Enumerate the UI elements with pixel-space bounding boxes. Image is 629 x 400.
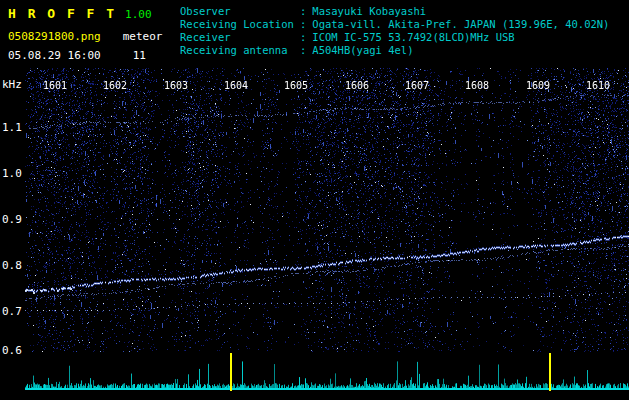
header: H R O F F T1.00 (8, 3, 152, 22)
time-tick-label: 1604 (222, 80, 250, 91)
info-label: Receiver (180, 31, 300, 44)
info-value: ICOM IC-575 53.7492(8LCD)MHz USB (306, 31, 514, 43)
freq-tick-label: 0.8 (2, 259, 22, 272)
info-row-antenna: Receiving antenna:A504HB(yagi 4el) (180, 44, 609, 57)
freq-tick-label: 1.0 (2, 167, 22, 180)
freq-tick-label: 0.9 (2, 213, 22, 226)
meteor-count: 11 (133, 49, 146, 62)
time-tick-label: 1601 (41, 80, 69, 91)
app-title: H R O F F T (8, 6, 116, 21)
spectrogram-canvas (25, 68, 629, 352)
info-value: A504HB(yagi 4el) (306, 44, 413, 56)
freq-tick-label: 0.6 (2, 344, 22, 357)
time-tick-label: 1606 (343, 80, 371, 91)
hrofft-window: H R O F F T1.00 0508291800.pngmeteor 05.… (0, 0, 629, 400)
info-value: Ogata-vill. Akita-Pref. JAPAN (139.96E, … (306, 18, 609, 30)
freq-tick-label: 0.7 (2, 305, 22, 318)
info-label: Observer (180, 5, 300, 18)
time-tick-label: 1603 (162, 80, 190, 91)
file-row: 0508291800.pngmeteor (8, 25, 162, 44)
info-label: Receiving Location (180, 18, 300, 31)
app-version: 1.00 (125, 8, 152, 21)
station-info: Observer:Masayuki Kobayashi Receiving Lo… (180, 5, 609, 57)
date-row: 05.08.29 16:0011 (8, 44, 146, 63)
signal-level-strip (25, 353, 629, 391)
info-row-observer: Observer:Masayuki Kobayashi (180, 5, 609, 18)
time-tick-label: 1602 (101, 80, 129, 91)
time-tick-label: 1607 (403, 80, 431, 91)
frequency-axis: kHz 1.11.00.90.80.70.6 (0, 0, 24, 400)
freq-unit-label: kHz (2, 78, 22, 91)
time-tick-label: 1609 (524, 80, 552, 91)
mode-label: meteor (123, 30, 163, 43)
time-tick-label: 1605 (282, 80, 310, 91)
info-row-receiver: Receiver:ICOM IC-575 53.7492(8LCD)MHz US… (180, 31, 609, 44)
time-axis: 1601160216031604160516061607160816091610 (25, 80, 629, 92)
info-row-location: Receiving Location:Ogata-vill. Akita-Pre… (180, 18, 609, 31)
time-tick-label: 1610 (584, 80, 612, 91)
info-label: Receiving antenna (180, 44, 300, 57)
freq-tick-label: 1.1 (2, 121, 22, 134)
time-tick-label: 1608 (463, 80, 491, 91)
info-value: Masayuki Kobayashi (306, 5, 426, 17)
